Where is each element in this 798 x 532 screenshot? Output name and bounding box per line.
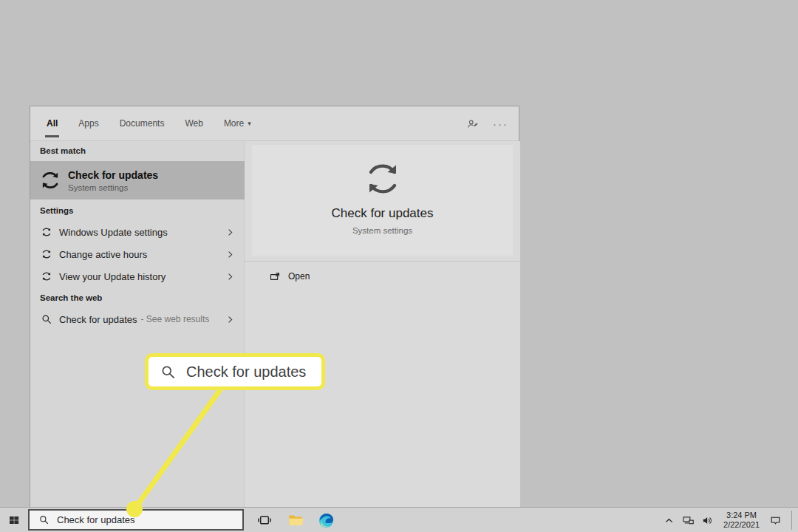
open-action[interactable]: Open: [245, 262, 520, 291]
search-icon: [38, 514, 50, 525]
result-windows-update-settings[interactable]: Windows Update settings: [30, 221, 245, 243]
taskbar-search-text: Check for updates: [57, 514, 135, 525]
web-query: Check for updates: [59, 314, 137, 325]
search-results-column: Best match Check for updates System sett…: [30, 141, 245, 508]
taskbar: Check for updates: [0, 507, 798, 532]
clock-date: 2/22/2021: [723, 520, 760, 530]
best-match-subtitle: System settings: [68, 183, 158, 192]
tab-apps[interactable]: Apps: [77, 106, 100, 141]
tab-apps-label: Apps: [78, 118, 98, 129]
tab-documents[interactable]: Documents: [118, 106, 166, 141]
task-view-button[interactable]: [250, 508, 279, 532]
tab-documents-label: Documents: [120, 118, 165, 129]
settings-section-header: Settings: [40, 206, 73, 215]
preview-title: Check for updates: [332, 206, 434, 221]
search-tab-bar: All Apps Documents Web More▾ ···: [30, 106, 519, 141]
tab-all-label: All: [47, 118, 58, 129]
start-button[interactable]: [0, 508, 28, 532]
best-match-title: Check for updates: [68, 169, 158, 181]
show-desktop-button[interactable]: [791, 511, 792, 530]
taskbar-clock[interactable]: 3:24 PM 2/22/2021: [720, 511, 763, 530]
search-flyout: All Apps Documents Web More▾ ··· Best ma…: [30, 106, 519, 507]
search-web-section-header: Search the web: [40, 293, 102, 302]
best-match-header: Best match: [40, 146, 86, 155]
open-label: Open: [288, 271, 310, 282]
action-center-icon[interactable]: [769, 514, 782, 527]
windows-logo-icon: [8, 514, 20, 526]
preview-subtitle: System settings: [352, 226, 412, 235]
sync-icon: [38, 168, 62, 192]
more-options-icon[interactable]: ···: [493, 117, 508, 130]
result-label: View your Update history: [59, 271, 166, 282]
feedback-icon[interactable]: [466, 117, 480, 131]
chevron-down-icon: ▾: [248, 120, 251, 127]
file-explorer-button[interactable]: [281, 508, 310, 532]
volume-icon[interactable]: [701, 514, 714, 527]
result-view-update-history[interactable]: View your Update history: [30, 265, 245, 287]
tab-more[interactable]: More▾: [222, 106, 253, 141]
tab-web-label: Web: [185, 118, 202, 129]
chevron-right-icon[interactable]: [225, 228, 235, 237]
chevron-right-icon[interactable]: [225, 272, 235, 282]
search-icon: [160, 364, 177, 381]
sync-icon: [41, 248, 52, 260]
result-label: Windows Update settings: [59, 227, 168, 238]
chevron-right-icon[interactable]: [225, 315, 235, 324]
sync-icon: [361, 157, 405, 201]
callout-box: Check for updates: [145, 353, 325, 390]
sync-icon: [41, 270, 52, 282]
search-icon: [41, 313, 52, 325]
result-label: Change active hours: [59, 249, 147, 260]
sync-icon: [41, 226, 52, 238]
file-explorer-icon: [287, 512, 304, 528]
preview-column: Check for updates System settings Open: [245, 141, 520, 508]
tab-web[interactable]: Web: [183, 106, 204, 141]
web-query-suffix: - See web results: [141, 314, 210, 324]
open-window-icon: [269, 270, 282, 283]
chevron-up-icon[interactable]: [663, 514, 675, 527]
edge-button[interactable]: [311, 508, 341, 532]
system-tray: 3:24 PM 2/22/2021: [663, 508, 792, 532]
clock-time: 3:24 PM: [723, 511, 760, 520]
tab-more-label: More: [224, 118, 244, 129]
desktop: All Apps Documents Web More▾ ··· Best ma…: [0, 0, 798, 532]
callout-text: Check for updates: [186, 364, 306, 381]
result-web-search[interactable]: Check for updates - See web results: [30, 308, 245, 330]
preview-card: Check for updates System settings: [252, 145, 513, 256]
best-match-result[interactable]: Check for updates System settings: [30, 161, 245, 200]
network-icon[interactable]: [682, 514, 695, 527]
edge-icon: [318, 512, 335, 529]
tab-all[interactable]: All: [45, 106, 59, 141]
result-change-active-hours[interactable]: Change active hours: [30, 243, 245, 265]
task-view-icon: [256, 512, 273, 528]
chevron-right-icon[interactable]: [225, 250, 235, 259]
taskbar-search-box[interactable]: Check for updates: [28, 509, 244, 531]
